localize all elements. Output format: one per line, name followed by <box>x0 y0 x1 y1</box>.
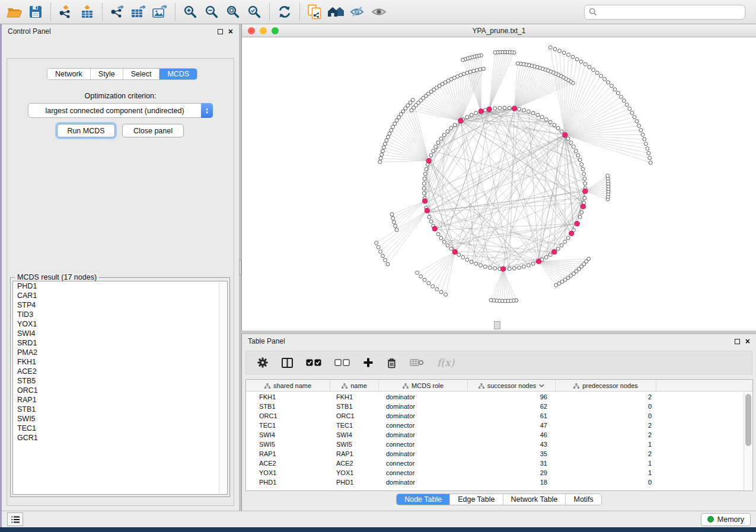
network-node[interactable] <box>465 116 469 119</box>
network-node[interactable] <box>599 74 603 78</box>
network-node[interactable] <box>531 111 535 115</box>
network-node[interactable] <box>556 247 560 251</box>
network-node[interactable] <box>544 255 548 259</box>
network-node[interactable] <box>572 145 575 149</box>
network-node[interactable] <box>575 57 579 61</box>
network-node[interactable] <box>428 215 431 219</box>
network-node[interactable] <box>560 130 563 133</box>
network-node[interactable] <box>483 265 487 268</box>
select-all-columns-button[interactable] <box>306 359 321 366</box>
network-node[interactable] <box>567 53 570 56</box>
import-table-button[interactable] <box>76 2 98 21</box>
save-session-button[interactable] <box>25 2 46 21</box>
network-node[interactable] <box>531 262 535 265</box>
show-task-history-button[interactable] <box>7 512 23 526</box>
network-node[interactable] <box>610 84 613 88</box>
network-node[interactable] <box>508 267 511 271</box>
network-node[interactable] <box>616 91 620 95</box>
column-header[interactable]: MCDS role <box>379 380 468 392</box>
network-node[interactable] <box>381 254 384 258</box>
network-node[interactable] <box>385 139 388 142</box>
network-node[interactable] <box>429 220 433 223</box>
network-node[interactable] <box>422 187 426 190</box>
table-row[interactable]: SWI5SWI5connector431 <box>246 440 744 449</box>
network-node[interactable] <box>556 126 560 130</box>
close-table-panel-icon[interactable]: × <box>745 338 750 344</box>
network-window-titlebar[interactable]: YPA_prune.txt_1 <box>242 24 756 37</box>
tab-network[interactable]: Network <box>47 69 90 79</box>
network-node[interactable] <box>377 245 380 249</box>
column-header[interactable]: name <box>330 380 379 392</box>
network-node[interactable] <box>548 120 552 124</box>
network-node[interactable] <box>453 123 457 127</box>
refresh-button[interactable] <box>274 2 295 21</box>
network-node[interactable] <box>388 132 391 136</box>
network-node[interactable] <box>423 278 426 281</box>
search-field[interactable] <box>584 5 745 20</box>
mcds-result-list[interactable]: PHD1CAR1STP4TID3YOX1SWI4SRD1PMA2FKH1ACE2… <box>12 281 228 495</box>
network-node[interactable] <box>444 293 448 296</box>
mcds-result-item[interactable]: SWI4 <box>13 329 227 338</box>
mcds-hub-node[interactable] <box>487 107 492 111</box>
network-node[interactable] <box>639 129 643 132</box>
table-row[interactable]: SWI4SWI4dominator462 <box>246 430 744 440</box>
network-node[interactable] <box>380 153 384 156</box>
table-row[interactable]: PHD1PHD1dominator180 <box>246 477 744 487</box>
network-node[interactable] <box>386 262 390 266</box>
show-all-button[interactable] <box>368 2 390 21</box>
mcds-result-item[interactable]: TID3 <box>13 310 227 319</box>
zoom-in-button[interactable] <box>180 2 201 21</box>
network-node[interactable] <box>386 135 390 139</box>
create-column-button[interactable] <box>363 357 374 368</box>
network-node[interactable] <box>566 236 570 240</box>
table-options-button[interactable] <box>257 357 269 368</box>
network-node[interactable] <box>578 215 582 219</box>
network-node[interactable] <box>410 108 413 112</box>
network-node[interactable] <box>560 243 563 247</box>
mcds-result-item[interactable]: STB5 <box>13 376 227 386</box>
network-node[interactable] <box>603 77 607 81</box>
column-header[interactable]: successor nodes <box>468 380 556 392</box>
export-network-button[interactable] <box>107 2 128 21</box>
network-node[interactable] <box>607 81 610 84</box>
network-node[interactable] <box>641 133 645 136</box>
network-node[interactable] <box>562 51 566 55</box>
network-node[interactable] <box>588 65 591 69</box>
network-node[interactable] <box>635 120 639 123</box>
network-node[interactable] <box>503 106 506 110</box>
network-node[interactable] <box>493 267 497 270</box>
mcds-hub-node[interactable] <box>563 133 567 137</box>
network-node[interactable] <box>470 260 473 264</box>
network-node[interactable] <box>422 182 426 185</box>
network-node[interactable] <box>381 149 384 153</box>
mcds-hub-node[interactable] <box>426 158 431 163</box>
network-node[interactable] <box>442 240 446 243</box>
float-panel-icon[interactable] <box>218 29 223 34</box>
mcds-result-item[interactable]: TEC1 <box>13 424 227 433</box>
network-node[interactable] <box>379 156 382 160</box>
mcds-hub-node[interactable] <box>432 226 437 231</box>
network-node[interactable] <box>449 247 453 251</box>
network-node[interactable] <box>625 103 629 107</box>
network-node[interactable] <box>439 137 443 140</box>
network-node[interactable] <box>423 172 427 175</box>
copy-network-view-button[interactable] <box>304 2 326 21</box>
network-node[interactable] <box>465 258 469 261</box>
network-node[interactable] <box>446 130 449 133</box>
network-node[interactable] <box>583 182 587 185</box>
network-node[interactable] <box>375 241 378 245</box>
network-node[interactable] <box>419 275 423 278</box>
network-node[interactable] <box>475 68 479 72</box>
network-node[interactable] <box>378 160 382 164</box>
mcds-hub-node[interactable] <box>583 189 588 194</box>
network-node[interactable] <box>522 265 526 268</box>
mcds-hub-node[interactable] <box>552 249 557 254</box>
horizontal-splitter-handle[interactable] <box>494 321 500 329</box>
hide-selected-button[interactable] <box>347 2 368 21</box>
network-node[interactable] <box>395 118 398 122</box>
network-node[interactable] <box>397 116 401 119</box>
network-node[interactable] <box>630 111 634 114</box>
network-node[interactable] <box>449 126 453 130</box>
network-node[interactable] <box>390 213 394 216</box>
table-row[interactable]: YOX1YOX1connector291 <box>246 468 744 477</box>
